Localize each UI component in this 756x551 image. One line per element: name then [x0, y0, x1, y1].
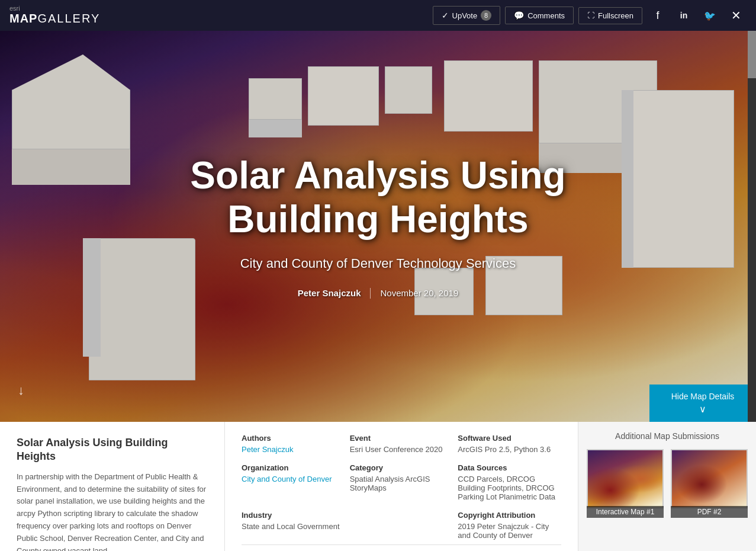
authors-value[interactable]: Peter Snajczuk [242, 445, 345, 454]
hero-meta: Peter Snajczuk November 20, 2019 [298, 288, 458, 299]
description-title: Solar Analysis Using Building Heights [17, 436, 208, 464]
esri-label: esri [9, 5, 20, 12]
chevron-down-icon: ∨ [699, 403, 706, 415]
software-label: Software Used [458, 434, 561, 443]
header-actions: ✓ UpVote 8 💬 Comments ⛶ Fullscreen f in … [433, 5, 747, 26]
logo-area: esri MAPGALLERY [9, 5, 100, 25]
submission-1-thumb[interactable] [587, 449, 664, 508]
submission-2-thumb[interactable] [671, 449, 748, 508]
scrollbar-thumb[interactable] [748, 31, 756, 78]
info-panel: Solar Analysis Using Building Heights In… [0, 422, 756, 551]
fullscreen-label: Fullscreen [598, 11, 633, 20]
hero-author: Peter Snajczuk [298, 288, 361, 298]
industry-section: Industry State and Local Government [242, 511, 345, 540]
header: esri MAPGALLERY ✓ UpVote 8 💬 Comments ⛶ … [0, 0, 756, 31]
submission-1-label: Interactive Map #1 [587, 506, 664, 518]
authors-section: Authors Peter Snajczuk [242, 434, 345, 454]
comments-button[interactable]: 💬 Comments [505, 7, 574, 24]
software-value: ArcGIS Pro 2.5, Python 3.6 [458, 445, 561, 454]
event-label: Event [350, 434, 453, 443]
category-value: Spatial Analysis ArcGIS StoryMaps [350, 475, 453, 492]
hero-section: Solar Analysis Using Building Heights Ci… [0, 31, 756, 422]
software-section: Software Used ArcGIS Pro 2.5, Python 3.6 [458, 434, 561, 454]
copyright-value: 2019 Peter Snajczuk - City and County of… [458, 522, 561, 540]
comments-label: Comments [527, 11, 565, 20]
linkedin-button[interactable]: in [673, 5, 694, 26]
hide-map-label: Hide Map Details [671, 392, 735, 401]
comments-icon: 💬 [514, 11, 524, 20]
description-body: In partnership with the Department of Pu… [17, 471, 208, 551]
click-to-view-section: Click to view more details → [242, 544, 561, 551]
additional-submissions: Additional Map Submissions Interactive M… [578, 422, 756, 551]
hero-subtitle: City and County of Denver Technology Ser… [240, 256, 516, 271]
scroll-indicator: ↓ [18, 383, 24, 398]
upvote-button[interactable]: ✓ UpVote 8 [433, 6, 501, 25]
panel-description: Solar Analysis Using Building Heights In… [0, 422, 225, 551]
panel-meta: Authors Peter Snajczuk Event Esri User C… [225, 422, 578, 551]
facebook-button[interactable]: f [647, 5, 668, 26]
submission-2[interactable]: PDF #2 [671, 449, 748, 518]
data-sources-section: Data Sources CCD Parcels, DRCOG Building… [458, 463, 561, 501]
hero-overlay: Solar Analysis Using Building Heights Ci… [0, 31, 756, 422]
hero-date: November 20, 2019 [380, 288, 458, 298]
industry-label: Industry [242, 511, 345, 520]
data-sources-label: Data Sources [458, 463, 561, 472]
organization-value[interactable]: City and County of Denver [242, 475, 345, 483]
industry-value: State and Local Government [242, 522, 345, 531]
hero-title: Solar Analysis Using Building Heights [141, 154, 615, 241]
upvote-label: UpVote [452, 11, 478, 20]
organization-section: Organization City and County of Denver [242, 463, 345, 501]
category-label: Category [350, 463, 453, 472]
mapgallery-logo: MAPGALLERY [9, 12, 100, 25]
scrollbar[interactable] [748, 31, 756, 422]
vote-count: 8 [481, 10, 491, 21]
fullscreen-icon: ⛶ [587, 11, 594, 20]
spacer-section [350, 511, 453, 540]
authors-label: Authors [242, 434, 345, 443]
meta-divider [370, 288, 371, 299]
category-section: Category Spatial Analysis ArcGIS StoryMa… [350, 463, 453, 501]
hide-map-button[interactable]: Hide Map Details ∨ [649, 385, 756, 422]
twitter-button[interactable]: 🐦 [699, 5, 720, 26]
submission-1[interactable]: Interactive Map #1 [587, 449, 664, 518]
event-value: Esri User Conference 2020 [350, 445, 453, 454]
submission-2-label: PDF #2 [671, 506, 748, 518]
event-section: Event Esri User Conference 2020 [350, 434, 453, 454]
copyright-label: Copyright Attribution [458, 511, 561, 520]
fullscreen-button[interactable]: ⛶ Fullscreen [578, 7, 642, 24]
submissions-grid: Interactive Map #1 PDF #2 [590, 449, 744, 518]
upvote-icon: ✓ [442, 11, 449, 20]
additional-title: Additional Map Submissions [590, 431, 744, 441]
organization-label: Organization [242, 463, 345, 472]
copyright-section: Copyright Attribution 2019 Peter Snajczu… [458, 511, 561, 540]
meta-rows: Authors Peter Snajczuk Event Esri User C… [242, 434, 561, 540]
close-button[interactable]: ✕ [725, 5, 747, 26]
data-sources-value: CCD Parcels, DRCOG Building Footprints, … [458, 475, 561, 501]
